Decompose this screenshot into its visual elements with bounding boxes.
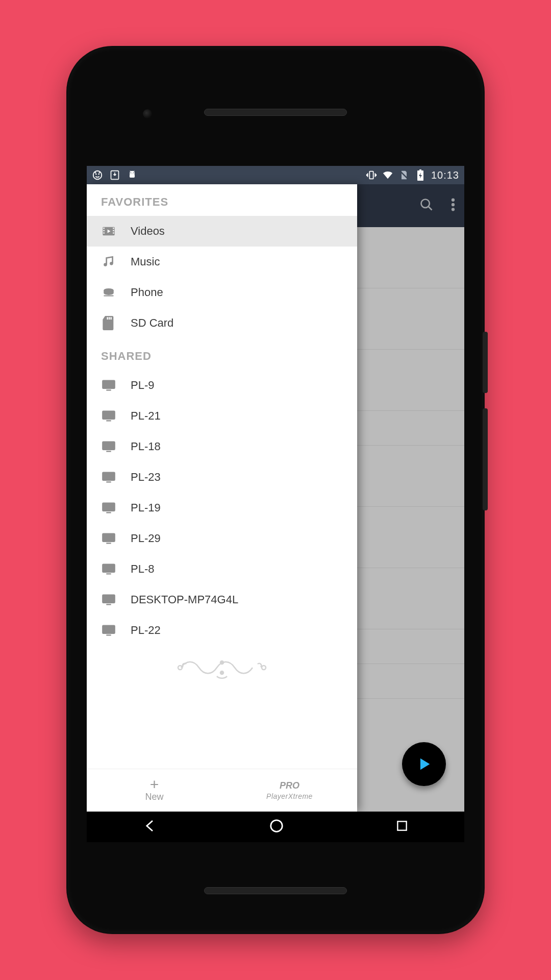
nav-label: Phone: [131, 286, 163, 299]
svg-point-52: [178, 666, 182, 670]
android-icon: [127, 169, 138, 181]
svg-rect-9: [369, 172, 373, 179]
nav-label: PL-19: [131, 501, 161, 514]
music-icon: [101, 254, 116, 270]
nav-item-sdcard[interactable]: SD Card: [87, 308, 357, 338]
svg-rect-48: [103, 626, 114, 633]
svg-rect-36: [103, 442, 114, 450]
svg-point-2: [98, 174, 99, 175]
plus-icon: +: [150, 778, 159, 791]
home-button[interactable]: [269, 818, 284, 836]
nav-item-shared[interactable]: PL-21: [87, 401, 357, 431]
svg-rect-34: [103, 411, 114, 419]
back-button[interactable]: [142, 818, 158, 836]
svg-rect-20: [104, 230, 105, 231]
navigation-drawer: FAVORITES Videos Music: [87, 184, 357, 812]
svg-rect-44: [103, 565, 114, 572]
nav-label: SD Card: [131, 316, 173, 330]
download-icon: [109, 169, 120, 181]
nav-item-shared[interactable]: PL-19: [87, 493, 357, 523]
front-camera: [143, 109, 152, 118]
pro-button[interactable]: PRO PlayerXtreme: [222, 769, 357, 812]
monitor-icon: [101, 378, 116, 393]
nav-label: PL-18: [131, 440, 161, 453]
svg-rect-38: [103, 473, 114, 480]
nav-label: PL-9: [131, 379, 154, 392]
svg-point-25: [104, 263, 107, 266]
nav-label: PL-22: [131, 624, 161, 637]
bottom-speaker: [204, 887, 347, 894]
nav-item-shared[interactable]: DESKTOP-MP74G4L: [87, 584, 357, 615]
svg-rect-22: [113, 228, 114, 229]
svg-rect-29: [107, 317, 108, 320]
monitor-icon: [101, 561, 116, 577]
svg-point-26: [110, 262, 113, 265]
svg-rect-28: [104, 295, 114, 296]
phone-frame: 10:13 text_streams_.mp4 nimoca.google.st…: [66, 46, 485, 934]
status-bar: 10:13: [87, 166, 464, 184]
nav-item-shared[interactable]: PL-23: [87, 462, 357, 493]
new-label: New: [145, 792, 163, 802]
nav-item-shared[interactable]: PL-22: [87, 615, 357, 646]
svg-rect-55: [397, 821, 406, 830]
storage-icon: [101, 285, 116, 300]
svg-rect-19: [104, 228, 105, 229]
monitor-icon: [101, 439, 116, 454]
notification-app-icon: [92, 169, 103, 181]
svg-point-1: [95, 174, 96, 175]
svg-point-54: [271, 820, 283, 832]
volume-button: [483, 408, 488, 510]
svg-rect-40: [103, 503, 114, 511]
film-icon: [101, 224, 116, 239]
system-nav-bar: [87, 812, 464, 842]
nav-label: Music: [131, 255, 160, 268]
play-icon: [415, 755, 433, 773]
nav-item-music[interactable]: Music: [87, 247, 357, 277]
nav-label: Videos: [131, 225, 165, 238]
sdcard-icon: [101, 315, 116, 331]
svg-rect-4: [130, 174, 135, 178]
monitor-icon: [101, 408, 116, 424]
pro-label-top: PRO: [280, 780, 299, 791]
nav-label: DESKTOP-MP74G4L: [131, 593, 238, 606]
nav-item-videos[interactable]: Videos: [87, 216, 357, 247]
svg-point-51: [220, 671, 223, 674]
monitor-icon: [101, 531, 116, 546]
svg-rect-42: [103, 534, 114, 542]
svg-rect-32: [103, 381, 114, 388]
nav-label: PL-23: [131, 471, 161, 484]
shared-header: SHARED: [87, 338, 357, 370]
nav-item-shared[interactable]: PL-8: [87, 554, 357, 584]
battery-charging-icon: [415, 169, 426, 181]
nav-item-shared[interactable]: PL-9: [87, 370, 357, 401]
svg-rect-30: [109, 317, 110, 320]
status-clock: 10:13: [431, 169, 459, 181]
svg-point-50: [220, 661, 223, 664]
earpiece-speaker: [204, 109, 347, 116]
svg-rect-24: [113, 232, 114, 233]
nav-label: PL-8: [131, 562, 154, 576]
no-sim-icon: [398, 169, 410, 181]
nav-item-phone[interactable]: Phone: [87, 277, 357, 308]
ornament-icon: [87, 646, 357, 690]
svg-rect-12: [419, 169, 421, 171]
power-button: [483, 332, 488, 393]
nav-item-shared[interactable]: PL-29: [87, 523, 357, 554]
svg-point-53: [262, 666, 266, 670]
nav-label: PL-29: [131, 532, 161, 545]
recent-button[interactable]: [395, 819, 409, 835]
play-fab[interactable]: [402, 742, 446, 786]
wifi-icon: [382, 169, 393, 181]
vibrate-icon: [366, 169, 377, 181]
monitor-icon: [101, 470, 116, 485]
monitor-icon: [101, 500, 116, 516]
svg-rect-31: [111, 317, 112, 320]
drawer-bottom-bar: + New PRO PlayerXtreme: [87, 769, 357, 812]
nav-label: PL-21: [131, 409, 161, 423]
favorites-header: FAVORITES: [87, 184, 357, 216]
screen: 10:13 text_streams_.mp4 nimoca.google.st…: [87, 166, 464, 842]
nav-item-shared[interactable]: PL-18: [87, 431, 357, 462]
svg-rect-46: [103, 595, 114, 603]
new-button[interactable]: + New: [87, 769, 222, 812]
svg-rect-21: [104, 232, 105, 233]
